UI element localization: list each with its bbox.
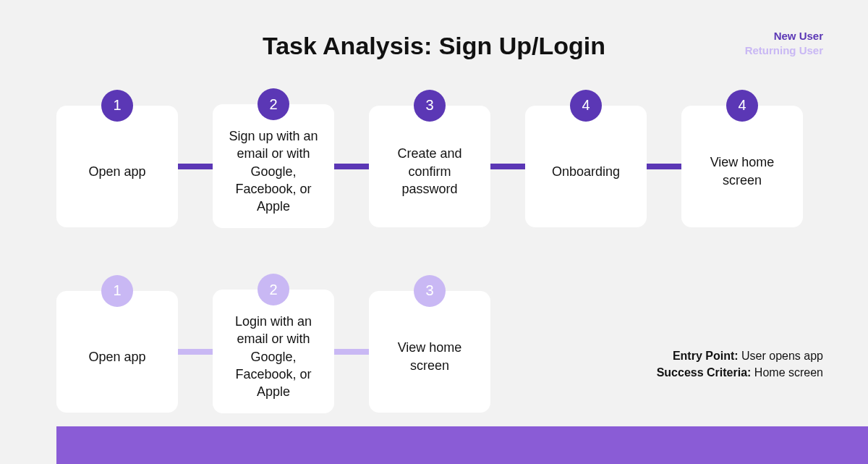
connector [647, 164, 681, 169]
entry-point-label: Entry Point: [673, 350, 739, 362]
legend: New User Returning User [745, 29, 823, 57]
step-badge: 3 [414, 90, 446, 122]
step-badge: 4 [726, 90, 758, 122]
legend-returning-user: Returning User [745, 43, 823, 58]
step-badge: 3 [414, 275, 446, 307]
connector [490, 164, 525, 169]
connector [334, 349, 369, 355]
entry-point-value: User opens app [739, 350, 823, 362]
connector [178, 164, 213, 169]
step-text: Login with an email or with Google, Face… [224, 313, 323, 400]
connector [178, 349, 213, 355]
step-card: 1 Open app [56, 106, 178, 227]
step-card: 1 Open app [56, 291, 178, 413]
footer-bar [56, 426, 868, 464]
step-badge: 2 [258, 88, 289, 120]
step-text: View home screen [693, 153, 791, 189]
step-badge: 2 [258, 274, 289, 305]
step-badge: 4 [570, 90, 602, 122]
step-text: View home screen [380, 339, 479, 374]
step-card: 2 Sign up with an email or with Google, … [213, 104, 334, 228]
success-criteria-value: Home screen [751, 366, 823, 379]
step-text: Sign up with an email or with Google, Fa… [224, 127, 323, 215]
step-card: 3 View home screen [369, 291, 490, 413]
step-text: Create and confirm password [380, 145, 479, 198]
step-card: 4 View home screen [681, 106, 803, 227]
returning-user-flow: 1 Open app 2 Login with an email or with… [56, 290, 490, 413]
step-text: Onboarding [552, 163, 620, 180]
step-badge: 1 [101, 90, 133, 122]
step-badge: 1 [101, 275, 133, 307]
step-card: 4 Onboarding [525, 106, 647, 227]
notes: Entry Point: User opens app Success Crit… [657, 347, 823, 381]
connector [334, 164, 369, 169]
success-criteria-label: Success Criteria: [657, 366, 752, 379]
page-title: Task Analysis: Sign Up/Login [0, 32, 868, 60]
step-text: Open app [88, 348, 145, 366]
step-text: Open app [88, 163, 145, 180]
step-card: 2 Login with an email or with Google, Fa… [213, 290, 334, 413]
legend-new-user: New User [745, 29, 823, 43]
new-user-flow: 1 Open app 2 Sign up with an email or wi… [56, 104, 803, 228]
step-card: 3 Create and confirm password [369, 106, 490, 227]
